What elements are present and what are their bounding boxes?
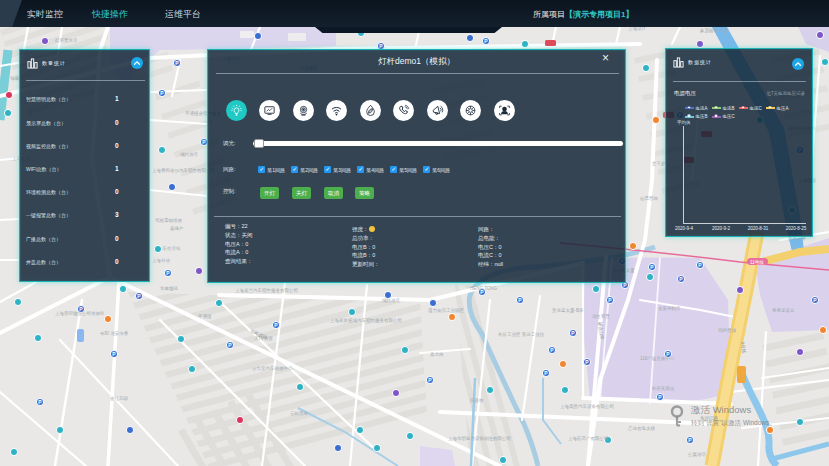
svg-text:象源丽都 二期: 象源丽都 二期 bbox=[700, 27, 729, 34]
svg-text:118广场直购中心: 118广场直购中心 bbox=[640, 355, 675, 362]
svg-text:上海华明电力设备制造有限公司: 上海华明电力设备制造有限公司 bbox=[448, 435, 511, 441]
svg-text:真北路: 真北路 bbox=[430, 352, 444, 357]
svg-text:漫力食品工业园区: 漫力食品工业园区 bbox=[428, 307, 465, 313]
svg-text:灯塔里木店: 灯塔里木店 bbox=[55, 38, 78, 43]
svg-text:上海改装箱城汽车销售服务有限公司: 上海改装箱城汽车销售服务有限公司 bbox=[330, 317, 402, 323]
svg-text:上海美兰汽车销售服务有限公司: 上海美兰汽车销售服务有限公司 bbox=[235, 287, 298, 293]
svg-text:泰建产: 泰建产 bbox=[170, 226, 184, 231]
svg-text:金江花园: 金江花园 bbox=[110, 396, 128, 401]
svg-text:同普路: 同普路 bbox=[470, 398, 484, 403]
svg-text:润红双景: 润红双景 bbox=[592, 313, 611, 319]
svg-text:公寓酒店: 公寓酒店 bbox=[688, 452, 707, 457]
svg-text:小七宝汽车维修中心: 小七宝汽车维修中心 bbox=[252, 365, 293, 371]
svg-text:全家便利店: 全家便利店 bbox=[658, 306, 681, 311]
svg-text:长征工业区 育达工业坊: 长征工业区 育达工业坊 bbox=[498, 331, 545, 338]
svg-text:春阳 消安培季: 春阳 消安培季 bbox=[100, 330, 129, 336]
svg-text:亚龙蓝大厦-B座: 亚龙蓝大厦-B座 bbox=[552, 307, 584, 314]
svg-text:HENG TONG: HENG TONG bbox=[470, 286, 498, 291]
svg-text:云岭西路: 云岭西路 bbox=[290, 410, 309, 416]
svg-text:上海高胜汽车设备有限公司: 上海高胜汽车设备有限公司 bbox=[560, 403, 614, 409]
svg-text:驾校雪糕维修: 驾校雪糕维修 bbox=[155, 218, 183, 223]
svg-text:华丰物流: 华丰物流 bbox=[160, 285, 179, 292]
svg-text:要要援家浜: 要要援家浜 bbox=[772, 308, 795, 313]
svg-text:11号线: 11号线 bbox=[750, 260, 764, 265]
svg-text:上海西部物业公司维修处: 上海西部物业公司维修处 bbox=[55, 310, 105, 317]
svg-text:仙霞西路: 仙霞西路 bbox=[639, 195, 659, 201]
svg-text:锦绣里城: 锦绣里城 bbox=[718, 327, 737, 333]
svg-text:上海费和金沙汽车销售有限公司: 上海费和金沙汽车销售有限公司 bbox=[152, 167, 215, 173]
svg-text:上海补油: 上海补油 bbox=[152, 258, 171, 263]
svg-text:上海药器广有限公司: 上海药器广有限公司 bbox=[568, 436, 609, 441]
svg-text:乙连有龟大楼: 乙连有龟大楼 bbox=[628, 426, 656, 431]
svg-text:平通报: 平通报 bbox=[198, 313, 212, 319]
